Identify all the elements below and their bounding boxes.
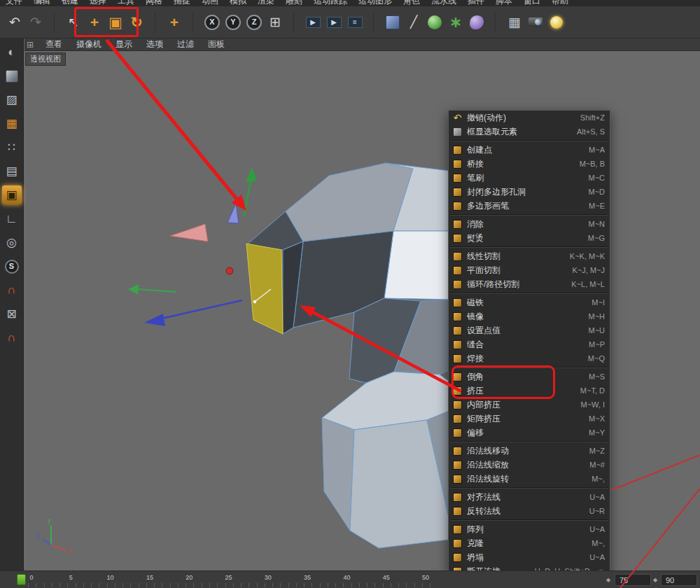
gizmo-green-axis[interactable]: [137, 289, 176, 292]
lock-y-button[interactable]: Y: [223, 9, 244, 36]
move-tool-button[interactable]: +: [84, 9, 105, 36]
menubar-item-19[interactable]: 帮助: [552, 0, 568, 6]
menubar-item-8[interactable]: 动画: [202, 0, 218, 6]
viewport-menu-item-5[interactable]: 过滤: [170, 38, 201, 50]
workplane-lock-button[interactable]: ⊠: [2, 304, 22, 323]
coord-system-button[interactable]: ⊞: [265, 9, 286, 36]
camera-button[interactable]: [525, 9, 546, 36]
context-menu-item-10[interactable]: 消除M~N: [449, 217, 610, 231]
context-menu-item-14[interactable]: 平面切割K~J, M~J: [449, 263, 610, 277]
lock-x-button[interactable]: X: [202, 9, 223, 36]
timeline-ruler[interactable]: [28, 583, 434, 587]
gizmo-z-arrowhead[interactable]: [144, 314, 165, 326]
menubar-item-4[interactable]: 选择: [90, 0, 106, 6]
subdivision-surface-button[interactable]: [424, 9, 445, 36]
menubar-item-13[interactable]: 运动图形: [358, 0, 392, 6]
menubar-item-9[interactable]: 模拟: [230, 0, 246, 6]
context-menu-item-33[interactable]: 对齐法线U~A: [449, 490, 610, 504]
array-floor-button[interactable]: ▦: [504, 9, 525, 36]
viewport-menu-item-4[interactable]: 选项: [139, 38, 170, 50]
spline-pen-button[interactable]: ╱: [403, 9, 424, 36]
solo-mode-button[interactable]: ◎: [2, 233, 22, 252]
menubar-item-18[interactable]: 窗口: [524, 0, 540, 6]
context-menu-item-18[interactable]: 镜像M~H: [449, 309, 610, 323]
menubar-item-15[interactable]: 流水线: [431, 0, 456, 6]
context-menu-item-37[interactable]: 克隆M~,: [449, 536, 610, 550]
render-view-button[interactable]: ▶: [302, 9, 323, 36]
context-menu-item-27[interactable]: 偏移M~Y: [449, 426, 610, 440]
edges-mode-button[interactable]: ▤: [2, 162, 22, 181]
live-selection-button[interactable]: ↖: [63, 9, 84, 36]
make-editable-button[interactable]: ◐: [2, 43, 22, 62]
menubar-item-6[interactable]: 网格: [146, 0, 162, 6]
menubar-item-10[interactable]: 渲染: [258, 0, 274, 6]
gizmo-y-axis[interactable]: [244, 181, 251, 216]
context-menu-item-7[interactable]: 封闭多边形孔洞M~D: [449, 185, 610, 199]
field-button[interactable]: [466, 9, 487, 36]
enable-axis-button[interactable]: ∟: [2, 209, 22, 228]
render-settings-button[interactable]: ≡: [344, 9, 365, 36]
gizmo-pink-wedge[interactable]: [170, 224, 208, 241]
context-menu-item-24[interactable]: 挤压M~T, D: [449, 384, 610, 398]
menubar-item-16[interactable]: 插件: [468, 0, 484, 6]
enable-snap-button[interactable]: S: [2, 257, 22, 276]
menubar-item-7[interactable]: 捕捉: [174, 0, 190, 6]
context-menu-item-11[interactable]: 熨烫M~G: [449, 231, 610, 245]
viewport-menu-item-6[interactable]: 面板: [201, 38, 232, 50]
viewport-label[interactable]: 透视视图: [25, 52, 66, 66]
context-menu-item-2[interactable]: 框显选取元素Alt+S, S: [449, 125, 610, 139]
polygons-mode-button[interactable]: ▣: [2, 186, 22, 204]
context-menu-item-21[interactable]: 焊接M~Q: [449, 351, 610, 365]
context-menu-item-15[interactable]: 循环/路径切割K~L, M~L: [449, 277, 610, 291]
last-tool-button[interactable]: +: [164, 9, 185, 36]
context-menu-item-20[interactable]: 缝合M~P: [449, 337, 610, 351]
gizmo-center-dot[interactable]: [226, 267, 233, 274]
context-menu-item-1[interactable]: ↶撤销(动作)Shift+Z: [449, 111, 610, 125]
menubar-item-3[interactable]: 创建: [62, 0, 78, 6]
context-menu-item-6[interactable]: 笔刷M~C: [449, 171, 610, 185]
generator-button[interactable]: ∗: [445, 9, 466, 36]
rotate-tool-button[interactable]: ↻: [126, 9, 147, 36]
points-mode-button[interactable]: ∷: [2, 138, 22, 157]
selected-polygon[interactable]: [246, 244, 283, 334]
viewport-grid-icon[interactable]: ⊞: [27, 40, 34, 50]
context-menu-item-17[interactable]: 磁铁M~I: [449, 295, 610, 309]
menubar-item-2[interactable]: 编辑: [34, 0, 50, 6]
menubar-item-11[interactable]: 雕刻: [286, 0, 302, 6]
timeline-key-icon[interactable]: ◆: [606, 577, 610, 583]
timeline-current-frame-marker[interactable]: [17, 574, 26, 585]
context-menu-item-19[interactable]: 设置点值M~U: [449, 323, 610, 337]
viewport-menu-item-3[interactable]: 显示: [108, 38, 139, 50]
preview-range-start-field[interactable]: 75: [615, 574, 651, 586]
context-menu-item-23[interactable]: 倒角M~S: [449, 370, 610, 384]
context-menu-item-4[interactable]: 创建点M~A: [449, 143, 610, 157]
context-menu-item-5[interactable]: 桥接M~B, B: [449, 157, 610, 171]
menubar-item-17[interactable]: 脚本: [496, 0, 512, 6]
undo-button[interactable]: ↶: [4, 9, 25, 36]
context-menu-item-26[interactable]: 矩阵挤压M~X: [449, 412, 610, 426]
model-mode-button[interactable]: [2, 66, 22, 85]
context-menu-item-13[interactable]: 线性切割K~K, M~K: [449, 249, 610, 263]
menubar-item-12[interactable]: 运动跟踪: [314, 0, 347, 6]
gizmo-y-arrowhead[interactable]: [246, 167, 257, 182]
context-menu-item-36[interactable]: 阵列U~A: [449, 522, 610, 536]
render-picture-viewer-button[interactable]: ▶: [323, 9, 344, 36]
context-menu-item-25[interactable]: 内部挤压M~W, I: [449, 398, 610, 412]
texture-mode-button[interactable]: ▨: [2, 90, 22, 109]
context-menu-item-38[interactable]: 坍塌U~A: [449, 550, 610, 564]
viewport-menu-item-2[interactable]: 摄像机: [69, 38, 108, 50]
context-menu-item-30[interactable]: 沿法线缩放M~#: [449, 458, 610, 472]
menubar-item-5[interactable]: 工具: [118, 0, 134, 6]
menubar-item-14[interactable]: 角色: [403, 0, 420, 6]
gizmo-green-arrowhead[interactable]: [128, 284, 139, 295]
preview-range-end-field[interactable]: 90: [661, 574, 697, 586]
gizmo-blue-wedge[interactable]: [227, 204, 239, 223]
viewport-menu-item-1[interactable]: 查看: [38, 38, 69, 50]
add-cube-button[interactable]: [382, 9, 403, 36]
menubar-item-1[interactable]: 文件: [6, 0, 22, 6]
context-menu-item-8[interactable]: 多边形画笔M~E: [449, 199, 610, 213]
gizmo-handle-dot[interactable]: [253, 300, 256, 303]
context-menu-item-29[interactable]: 沿法线移动M~Z: [449, 444, 610, 458]
quantize-button[interactable]: ∩: [2, 328, 22, 347]
redo-button[interactable]: ↷: [25, 9, 46, 36]
